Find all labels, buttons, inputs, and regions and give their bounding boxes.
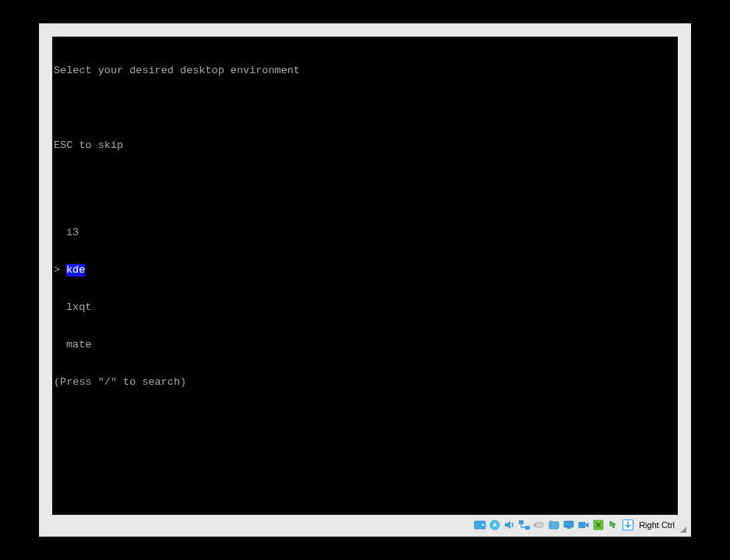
resize-grip-icon[interactable] <box>679 525 686 533</box>
menu-item-label: i3 <box>66 227 79 239</box>
svg-point-3 <box>493 523 496 527</box>
svg-point-1 <box>482 524 485 527</box>
svg-rect-7 <box>534 524 536 527</box>
menu-item-lxqt[interactable]: lxqt <box>54 301 676 314</box>
menu-item-kde[interactable]: > kde <box>54 264 676 276</box>
svg-rect-5 <box>525 526 530 530</box>
vm-status-bar: Right Ctrl <box>39 515 691 537</box>
svg-rect-4 <box>519 520 524 524</box>
search-hint: (Press "/" to search) <box>54 376 676 389</box>
display-icon[interactable] <box>562 519 575 531</box>
pointer-col <box>54 301 66 314</box>
pointer-col <box>54 339 66 351</box>
terminal-console[interactable]: Select your desired desktop environment … <box>52 37 678 515</box>
recording-icon[interactable] <box>577 519 590 531</box>
hard-disk-icon[interactable] <box>474 519 486 531</box>
pointer-indicator: > <box>54 264 66 276</box>
blank-line <box>54 102 676 114</box>
audio-icon[interactable] <box>503 519 516 531</box>
pointer-col <box>54 227 66 239</box>
menu-item-i3[interactable]: i3 <box>54 227 676 239</box>
mouse-integration-icon[interactable] <box>607 519 619 531</box>
svg-rect-11 <box>579 522 586 528</box>
menu-item-label: lxqt <box>66 301 91 314</box>
host-key-label: Right Ctrl <box>639 520 675 530</box>
features-icon[interactable] <box>592 519 605 531</box>
skip-instruction: ESC to skip <box>54 139 676 152</box>
svg-rect-6 <box>535 523 543 527</box>
svg-rect-8 <box>549 522 559 529</box>
keyboard-captured-icon[interactable] <box>622 519 634 531</box>
vm-window-frame: Select your desired desktop environment … <box>39 23 691 537</box>
svg-rect-10 <box>567 527 570 529</box>
network-icon[interactable] <box>518 519 531 531</box>
prompt-text: Select your desired desktop environment <box>54 65 676 77</box>
optical-disk-icon[interactable] <box>488 519 501 531</box>
usb-icon[interactable] <box>533 519 545 531</box>
shared-folders-icon[interactable] <box>548 519 560 531</box>
menu-item-label: mate <box>66 339 91 351</box>
svg-rect-9 <box>564 521 573 527</box>
menu-item-label: kde <box>66 264 85 276</box>
blank-line <box>54 177 676 189</box>
menu-item-mate[interactable]: mate <box>54 339 676 351</box>
